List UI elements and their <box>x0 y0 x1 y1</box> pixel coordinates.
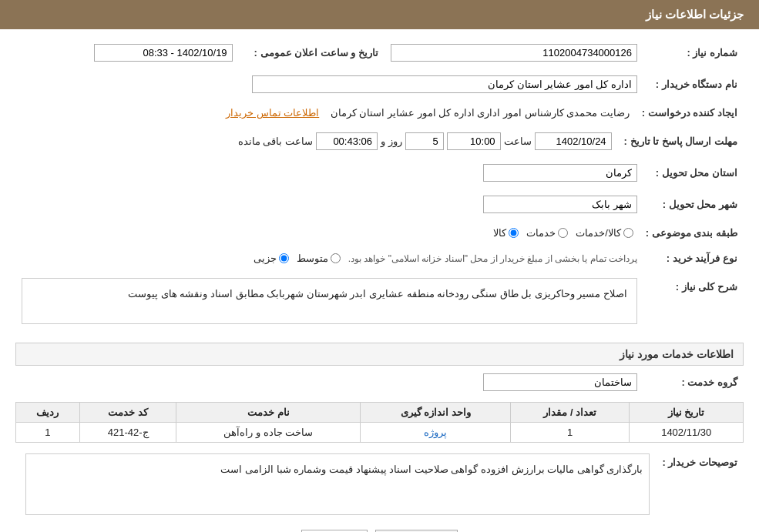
cell-radif: 1 <box>16 423 80 443</box>
tosih-kharidar-value: بارگذاری گواهی مالیات برارزش افزوده گواه… <box>25 453 650 515</box>
col-kod-khadamat: کد خدمت <box>79 403 176 423</box>
tarikh-label: تاریخ و ساعت اعلان عمومی : <box>239 41 385 65</box>
table-row: 1402/11/30 1 پروژه ساخت جاده و راه‌آهن ج… <box>16 423 744 443</box>
sharh-kolli-value: اصلاح مسیر وحاکریزی بل طاق سنگی رودخانه … <box>22 278 637 324</box>
col-radif: ردیف <box>16 403 80 423</box>
services-table: تاریخ نیاز تعداد / مقدار واحد اندازه گیر… <box>15 402 744 443</box>
grohe-khadamat-label: گروه خدمت : <box>643 370 744 394</box>
mohlat-saat-label: ساعت <box>504 136 532 147</box>
shahr-label: شهر محل تحویل : <box>643 192 744 216</box>
noe-farayand-label: نوع فرآیند خرید : <box>643 249 744 267</box>
mohlat-date-input[interactable] <box>535 132 612 150</box>
shahr-input[interactable] <box>483 196 637 213</box>
nam-dasgah-input[interactable] <box>252 75 637 93</box>
mohlat-saat-input[interactable] <box>447 132 501 150</box>
radio-kala[interactable]: کالا <box>493 227 519 239</box>
section2-header: اطلاعات خدمات مورد نیاز <box>15 343 744 366</box>
radio-kala-khadamat[interactable]: کالا/خدمات <box>576 227 633 239</box>
radio-motavaset[interactable]: متوسط <box>297 253 341 264</box>
mohlat-mandeh-label: ساعت باقی مانده <box>238 136 313 147</box>
tosih-kharidar-label: توصیحات خریدار : <box>656 450 744 518</box>
col-tarikh: تاریخ نیاز <box>630 403 744 423</box>
radio-khadamat[interactable]: خدمات <box>526 227 568 239</box>
cell-tedad: 1 <box>511 423 630 443</box>
cell-kod-khadamat: ج-42-421 <box>79 423 176 443</box>
ostan-label: استان محل تحویل : <box>643 161 744 185</box>
radio-jozvi[interactable]: جزیی <box>254 253 289 264</box>
tarikh-input[interactable] <box>94 44 233 62</box>
ettelaat-tamas-link[interactable]: اطلاعات تماس خریدار <box>226 107 319 119</box>
col-nam-khadamat: نام خدمت <box>176 403 361 423</box>
shomare-niaz-input[interactable] <box>391 44 637 62</box>
ejad-konande-label: ایجاد کننده درخواست : <box>636 104 744 122</box>
grohe-khadamat-input[interactable] <box>483 373 637 391</box>
nam-dasgah-label: نام دستگاه خریدار : <box>643 72 744 96</box>
ejad-konande-value: رضایت محمدی کارشناس امور اداری اداره کل … <box>331 107 630 119</box>
cell-nam-khadamat: ساخت جاده و راه‌آهن <box>176 423 361 443</box>
mohlat-mandeh-input[interactable] <box>316 132 378 150</box>
page-header: جزئیات اطلاعات نیاز <box>0 0 759 29</box>
col-vahed: واحد اندازه گیری <box>361 403 511 423</box>
tabaqe-label: طبقه بندی موضوعی : <box>640 224 744 242</box>
noe-farayand-note: پرداخت تمام یا بخشی از مبلغ خریدار از مح… <box>348 253 637 264</box>
ostan-input[interactable] <box>483 164 637 182</box>
sharh-kolli-label: شرح کلی نیاز : <box>643 275 744 335</box>
col-tedad: تعداد / مقدار <box>511 403 630 423</box>
mohlat-rooz-input[interactable] <box>405 132 444 150</box>
cell-vahed: پروژه <box>361 423 511 443</box>
cell-tarikh: 1402/11/30 <box>630 423 744 443</box>
page-title: جزئیات اطلاعات نیاز <box>646 8 744 21</box>
mohlat-label: مهلت ارسال پاسخ تا تاریخ : <box>618 129 744 153</box>
shomare-niaz-label: شماره نیاز : <box>643 41 744 65</box>
mohlat-rooz-label: روز و <box>381 136 402 147</box>
